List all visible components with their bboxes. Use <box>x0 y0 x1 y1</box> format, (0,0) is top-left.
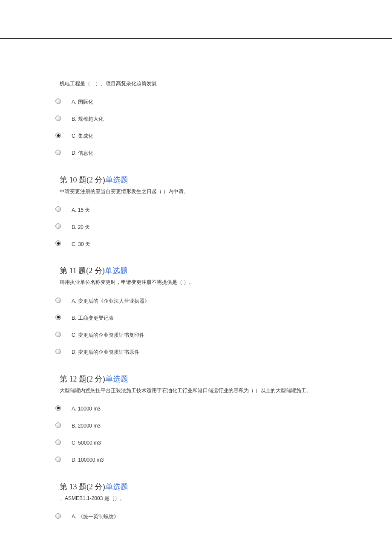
option-label: D. 变更后的企业资质证书原件 <box>70 345 150 359</box>
option-label: C. 30 天 <box>70 237 90 251</box>
option-radio-cell[interactable] <box>55 237 70 251</box>
option-label: D. 100000 m3 <box>70 453 104 467</box>
question-type-link[interactable]: 单选题 <box>105 266 128 275</box>
radio-icon[interactable] <box>55 513 61 519</box>
question-header-prefix: 第 11 题(2 分) <box>60 266 105 275</box>
radio-icon[interactable] <box>55 422 61 428</box>
option-radio-cell[interactable] <box>55 202 70 217</box>
question-stem: 、ASMEB1.1-2003 是（）。 <box>60 494 337 503</box>
option-radio-cell[interactable] <box>55 328 70 342</box>
option-row[interactable]: B. 工商变更登记表 <box>55 311 150 325</box>
options-group: A. 15 天B. 20 天C. 30 天 <box>55 200 90 254</box>
option-radio-cell[interactable] <box>55 95 70 109</box>
question-stem: 机电工程呈（ ）、项目高复杂化趋势发展 <box>60 80 337 88</box>
option-radio-cell[interactable] <box>55 129 70 143</box>
option-row[interactable]: A. 《统一英制螺纹》 <box>55 509 119 524</box>
question-stem: 大型储罐内置悬挂平台正装法施工技术适用于石油化工行业和港口储运行业的容积为（ ）… <box>60 387 337 395</box>
option-label: C. 50000 m3 <box>70 436 104 450</box>
option-row[interactable]: B. 20000 m3 <box>55 419 104 433</box>
option-radio-cell[interactable] <box>55 419 70 433</box>
radio-icon[interactable] <box>55 116 61 121</box>
radio-icon[interactable] <box>55 439 61 445</box>
radio-icon[interactable] <box>55 133 61 138</box>
question-type-link[interactable]: 单选题 <box>105 375 128 383</box>
option-radio-cell[interactable] <box>55 453 70 467</box>
radio-icon[interactable] <box>55 98 61 104</box>
radio-icon[interactable] <box>55 457 61 462</box>
option-label: B. 20000 m3 <box>70 419 104 433</box>
question-header: 第 13 题(2 分)单选题 <box>60 482 337 492</box>
radio-icon[interactable] <box>55 405 61 411</box>
option-row[interactable]: D. 100000 m3 <box>55 453 104 467</box>
option-row[interactable]: A. 国际化 <box>55 95 104 109</box>
option-row[interactable]: C. 变更后的企业资质证书复印件 <box>55 328 150 342</box>
radio-icon[interactable] <box>55 298 61 303</box>
option-label: A. 15 天 <box>70 202 90 217</box>
question-header: 第 11 题(2 分)单选题 <box>60 266 337 276</box>
options-group: A. 国际化B. 规模超大化C. 集成化D. 信息化 <box>55 92 104 163</box>
question-stem: 申请变更注册的应当自变更情形发生之日起（ ）内申请。 <box>60 188 337 196</box>
option-radio-cell[interactable] <box>55 220 70 234</box>
option-radio-cell[interactable] <box>55 402 70 416</box>
question-stem: 聘用执业单位名称变更时，申请变更注册不需提供是（ ）。 <box>60 278 337 286</box>
options-group: A. 10000 m3B. 20000 m3C. 50000 m3D. 1000… <box>55 399 104 470</box>
option-row[interactable]: B. 规模超大化 <box>55 112 104 126</box>
option-row[interactable]: A. 15 天 <box>55 202 90 217</box>
option-row[interactable]: D. 信息化 <box>55 146 104 160</box>
question-header: 第 10 题(2 分)单选题 <box>60 175 337 185</box>
radio-icon[interactable] <box>55 150 61 155</box>
option-label: A. 10000 m3 <box>70 402 104 416</box>
radio-icon[interactable] <box>55 315 61 320</box>
option-label: A. 国际化 <box>70 95 104 109</box>
radio-icon[interactable] <box>55 206 61 212</box>
option-label: A. 《统一英制螺纹》 <box>70 509 119 524</box>
option-radio-cell[interactable] <box>55 345 70 359</box>
question-header-prefix: 第 12 题(2 分) <box>60 375 105 383</box>
radio-icon[interactable] <box>55 332 61 337</box>
option-label: D. 信息化 <box>70 146 104 160</box>
option-row[interactable]: C. 50000 m3 <box>55 436 104 450</box>
question-header: 第 12 题(2 分)单选题 <box>60 374 337 384</box>
option-radio-cell[interactable] <box>55 311 70 325</box>
question-header-prefix: 第 10 题(2 分) <box>60 176 105 184</box>
question-type-link[interactable]: 单选题 <box>105 176 128 184</box>
option-label: A. 变更后的《企业法人营业执照》 <box>70 294 150 308</box>
option-radio-cell[interactable] <box>55 509 70 524</box>
radio-icon[interactable] <box>55 349 61 354</box>
option-label: B. 规模超大化 <box>70 112 104 126</box>
option-label: C. 集成化 <box>70 129 104 143</box>
option-row[interactable]: A. 变更后的《企业法人营业执照》 <box>55 294 150 308</box>
option-radio-cell[interactable] <box>55 112 70 126</box>
radio-icon[interactable] <box>55 223 61 229</box>
option-row[interactable]: B. 20 天 <box>55 220 90 234</box>
question-header-prefix: 第 13 题(2 分) <box>60 483 105 491</box>
options-group: A. 《统一英制螺纹》 <box>55 507 119 526</box>
option-radio-cell[interactable] <box>55 146 70 160</box>
option-row[interactable]: D. 变更后的企业资质证书原件 <box>55 345 150 359</box>
option-radio-cell[interactable] <box>55 436 70 450</box>
option-label: B. 20 天 <box>70 220 90 234</box>
option-label: B. 工商变更登记表 <box>70 311 150 325</box>
option-radio-cell[interactable] <box>55 294 70 308</box>
option-label: C. 变更后的企业资质证书复印件 <box>70 328 150 342</box>
options-group: A. 变更后的《企业法人营业执照》B. 工商变更登记表C. 变更后的企业资质证书… <box>55 291 150 362</box>
option-row[interactable]: C. 30 天 <box>55 237 90 251</box>
question-type-link[interactable]: 单选题 <box>105 483 128 491</box>
option-row[interactable]: C. 集成化 <box>55 129 104 143</box>
radio-icon[interactable] <box>55 240 61 246</box>
option-row[interactable]: A. 10000 m3 <box>55 402 104 416</box>
